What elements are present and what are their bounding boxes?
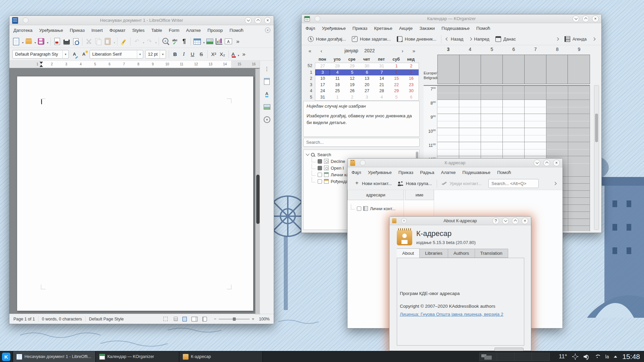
desktop-2[interactable] <box>497 353 515 361</box>
agenda-cell[interactable] <box>568 128 590 142</box>
paragraph-style-combo[interactable]: Default Paragraph Sty <box>12 50 69 59</box>
menu-item[interactable]: Insert <box>91 28 103 33</box>
back-button[interactable]: Назад <box>443 34 466 44</box>
bold-button[interactable]: B <box>171 50 179 59</box>
agenda-cell[interactable] <box>437 100 459 114</box>
strikethrough-button[interactable]: S <box>197 50 206 59</box>
new-group-button[interactable]: Нова група... <box>395 179 435 189</box>
zoom-level[interactable]: 100% <box>259 317 270 321</box>
menu-item[interactable]: Закажи <box>419 26 435 31</box>
zoom-in-button[interactable]: + <box>252 317 254 321</box>
menu-item[interactable]: Прозор <box>208 28 223 33</box>
menu-item[interactable]: Фајл <box>306 26 315 31</box>
about-tab[interactable]: Authors <box>448 249 475 258</box>
agenda-day-header[interactable]: 8 <box>546 45 568 54</box>
next-month-button[interactable]: › <box>397 48 408 54</box>
all-day-cell[interactable] <box>546 55 568 84</box>
indent-marker[interactable] <box>40 62 43 64</box>
word-count[interactable]: 0 words, 0 characters <box>42 317 82 321</box>
expander-chevron-icon[interactable] <box>306 152 309 156</box>
agenda-cell[interactable] <box>546 142 568 156</box>
mini-calendar-day[interactable]: 27 <box>360 88 374 94</box>
previous-month-button[interactable]: ‹ <box>316 48 327 54</box>
export-pdf-icon[interactable] <box>52 37 62 46</box>
agenda-day-header[interactable]: 9 <box>568 45 590 54</box>
desktop-4[interactable] <box>532 353 549 361</box>
edit-contact-button[interactable]: Уреди контакт... <box>439 179 485 189</box>
insert-table-icon[interactable] <box>193 37 205 46</box>
close-button[interactable]: × <box>522 218 528 224</box>
chevron-down-icon[interactable] <box>62 50 68 58</box>
minimize-button[interactable] <box>245 17 252 24</box>
mini-calendar-day[interactable]: 31 <box>374 63 389 69</box>
mini-calendar-day[interactable]: 7 <box>374 69 389 76</box>
mini-calendar-day[interactable]: 30 <box>360 63 374 69</box>
mini-calendar-day[interactable]: 13 <box>360 75 374 82</box>
sidebar-settings-icon[interactable] <box>263 65 271 73</box>
save-icon[interactable] <box>36 37 49 46</box>
mini-calendar-day[interactable]: 29 <box>345 63 360 69</box>
mini-calendar-day[interactable]: 27 <box>315 63 330 69</box>
window-menu-button[interactable] <box>315 16 320 21</box>
mini-calendar-day[interactable]: 23 <box>404 82 419 88</box>
window-menu-button[interactable] <box>360 160 366 166</box>
close-button[interactable]: × <box>592 15 599 22</box>
mini-calendar-day[interactable]: 10 <box>315 75 330 82</box>
agenda-cell[interactable] <box>459 142 481 156</box>
selection-mode-icon[interactable] <box>163 317 168 321</box>
print-icon[interactable] <box>62 37 71 46</box>
agenda-cell[interactable] <box>481 142 503 156</box>
mini-calendar-day[interactable]: 31 <box>315 94 330 101</box>
mini-calendar-day[interactable]: 30 <box>404 88 419 94</box>
mini-calendar-day[interactable]: 4 <box>330 69 345 76</box>
addressbook-checkbox[interactable] <box>357 206 361 211</box>
new-document-icon[interactable] <box>11 37 24 46</box>
all-day-cell[interactable] <box>481 55 503 84</box>
menu-item[interactable]: Подешавање <box>441 26 470 31</box>
agenda-cell[interactable] <box>481 114 503 128</box>
menu-item[interactable]: Фајл <box>352 170 361 175</box>
document-page[interactable] <box>17 76 254 311</box>
mini-calendar-day[interactable]: 20 <box>360 82 374 88</box>
agenda-scrollbar[interactable] <box>594 85 599 230</box>
mini-calendar-day[interactable]: 4 <box>374 94 389 101</box>
maximize-button[interactable] <box>582 15 589 22</box>
agenda-cell[interactable] <box>459 100 481 114</box>
mini-calendar-day[interactable]: 2 <box>404 63 419 69</box>
mini-calendar-day[interactable]: 1 <box>330 94 345 101</box>
keyboard-layout-indicator[interactable]: la <box>605 354 609 359</box>
menu-item[interactable]: Приказ <box>398 170 414 175</box>
chevron-down-icon[interactable] <box>160 50 166 58</box>
writer-titlebar[interactable]: Несачуван документ 1 - LibreOffice Write… <box>9 16 274 25</box>
font-color-button[interactable]: A <box>230 50 239 59</box>
kaddressbook-titlebar[interactable]: К-адресар × <box>347 159 562 167</box>
more-toolbar-icon[interactable] <box>239 50 249 59</box>
menu-item[interactable]: Приказ <box>70 28 85 33</box>
mini-calendar-day[interactable]: 18 <box>330 82 345 88</box>
scrollbar-thumb[interactable] <box>595 114 598 142</box>
gallery-icon[interactable] <box>263 103 271 111</box>
document-modified-icon[interactable] <box>174 317 178 321</box>
undo-icon[interactable] <box>132 37 145 46</box>
mini-calendar-day[interactable]: 9 <box>404 69 419 76</box>
scrollbar-thumb[interactable] <box>256 175 260 224</box>
menu-item[interactable]: Уређивање <box>39 28 63 33</box>
mini-calendar-day[interactable]: 6 <box>360 69 374 76</box>
mini-calendar-day[interactable]: 12 <box>345 75 360 82</box>
column-header-addressbooks[interactable]: адресари <box>347 190 404 200</box>
horizontal-ruler[interactable]: 12345678910111213141516 <box>9 61 274 68</box>
agenda-cell[interactable] <box>481 100 503 114</box>
all-day-cell[interactable] <box>460 55 481 84</box>
help-button[interactable]: ? <box>492 218 499 224</box>
volume-icon[interactable] <box>583 354 589 360</box>
year-label[interactable]: 2022 <box>364 48 375 53</box>
agenda-cell[interactable] <box>459 128 481 142</box>
about-tab[interactable]: Translation <box>475 249 508 258</box>
close-document-icon[interactable]: × <box>265 27 270 33</box>
styles-icon[interactable] <box>263 90 271 98</box>
application-launcher-icon[interactable]: K <box>2 353 10 361</box>
minimize-button[interactable] <box>502 218 509 224</box>
agenda-cell[interactable] <box>546 86 568 100</box>
agenda-cell[interactable] <box>437 86 459 100</box>
italic-button[interactable]: I <box>179 50 188 59</box>
